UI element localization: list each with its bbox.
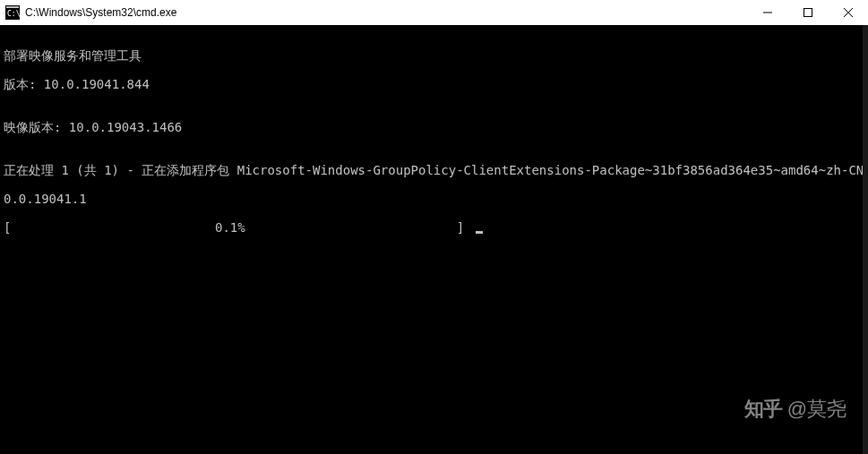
progress-text: [ 0.1% ]: [4, 220, 472, 235]
window-controls: [747, 0, 868, 25]
cursor-icon: [476, 231, 483, 234]
svg-text:C:\: C:\: [7, 10, 20, 18]
svg-rect-4: [804, 9, 812, 17]
close-button[interactable]: [828, 0, 868, 25]
output-line: 正在处理 1 (共 1) - 正在添加程序包 Microsoft-Windows…: [4, 163, 864, 177]
output-line: 版本: 10.0.19041.844: [4, 77, 864, 91]
window-titlebar: C:\ C:\Windows\System32\cmd.exe: [0, 0, 868, 25]
watermark-handle: @莫尧: [787, 396, 847, 423]
terminal-output[interactable]: 部署映像服务和管理工具 版本: 10.0.19041.844 映像版本: 10.…: [0, 25, 868, 454]
watermark: 知乎 @莫尧: [744, 396, 847, 423]
window-title: C:\Windows\System32\cmd.exe: [25, 6, 176, 19]
watermark-logo: 知乎: [744, 396, 782, 423]
scrollbar[interactable]: [863, 25, 868, 454]
output-line: 部署映像服务和管理工具: [4, 48, 864, 63]
output-line: 0.0.19041.1: [4, 192, 864, 206]
cmd-icon: C:\: [5, 5, 20, 20]
minimize-button[interactable]: [747, 0, 787, 25]
svg-rect-1: [6, 6, 19, 8]
progress-bar-line: [ 0.1% ]: [4, 220, 864, 235]
maximize-button[interactable]: [787, 0, 828, 25]
output-line: 映像版本: 10.0.19043.1466: [4, 120, 864, 134]
